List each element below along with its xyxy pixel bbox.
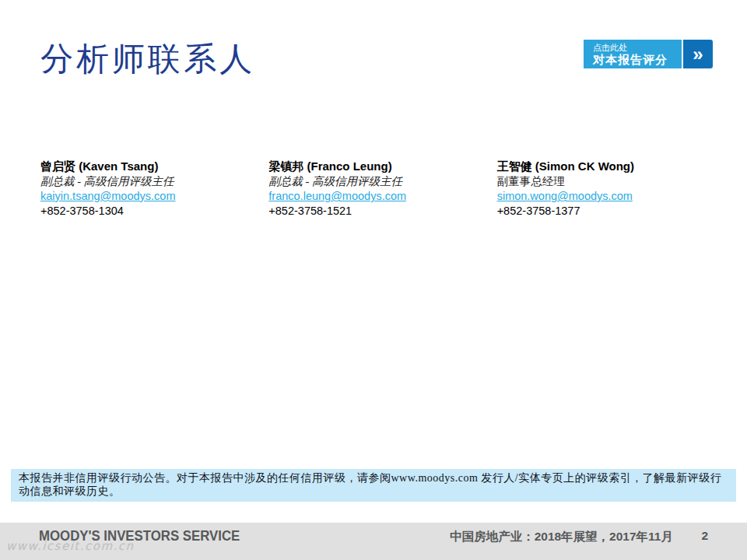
analyst-name: 王智健 (Simon CK Wong) (497, 159, 725, 173)
analyst-card-2: 梁镇邦 (Franco Leung) 副总裁 - 高级信用评级主任 franco… (268, 159, 496, 219)
analyst-card-1: 曾启贤 (Kaven Tsang) 副总裁 - 高级信用评级主任 kaiyin.… (40, 159, 268, 219)
analyst-email-link[interactable]: kaiyin.tsang@moodys.com (40, 189, 175, 204)
analyst-phone: +852-3758-1304 (40, 204, 268, 219)
analyst-role: 副总裁 - 高级信用评级主任 (40, 174, 268, 189)
disclaimer-banner: 本报告并非信用评级行动公告。对于本报告中涉及的任何信用评级，请参阅www.moo… (11, 469, 736, 502)
analyst-contacts: 曾启贤 (Kaven Tsang) 副总裁 - 高级信用评级主任 kaiyin.… (40, 159, 725, 219)
analyst-name: 梁镇邦 (Franco Leung) (268, 159, 496, 173)
analyst-name: 曾启贤 (Kaven Tsang) (40, 159, 268, 173)
watermark-text: www.icseit.com.cn (6, 539, 135, 553)
rate-report-button[interactable]: 点击此处 对本报告评分 » (584, 40, 713, 68)
analyst-email-link[interactable]: franco.leung@moodys.com (268, 189, 406, 204)
analyst-phone: +852-3758-1377 (497, 204, 725, 219)
footer-report-title: 中国房地产业：2018年展望，2017年11月 (450, 529, 673, 545)
rate-report-button-label: 点击此处 对本报告评分 (584, 40, 682, 68)
double-chevron-right-icon: » (683, 40, 713, 68)
rate-button-line1: 点击此处 (593, 43, 682, 53)
rate-button-line2: 对本报告评分 (593, 53, 682, 67)
page-number: 2 (701, 529, 708, 543)
page-title: 分析师联系人 (40, 37, 255, 81)
analyst-card-3: 王智健 (Simon CK Wong) 副董事总经理 simon.wong@mo… (497, 159, 725, 219)
analyst-email-link[interactable]: simon.wong@moodys.com (497, 189, 633, 204)
analyst-role: 副董事总经理 (497, 174, 725, 189)
analyst-role: 副总裁 - 高级信用评级主任 (268, 174, 496, 189)
slide: 分析师联系人 点击此处 对本报告评分 » 曾启贤 (Kaven Tsang) 副… (0, 0, 747, 560)
analyst-phone: +852-3758-1521 (268, 204, 496, 219)
